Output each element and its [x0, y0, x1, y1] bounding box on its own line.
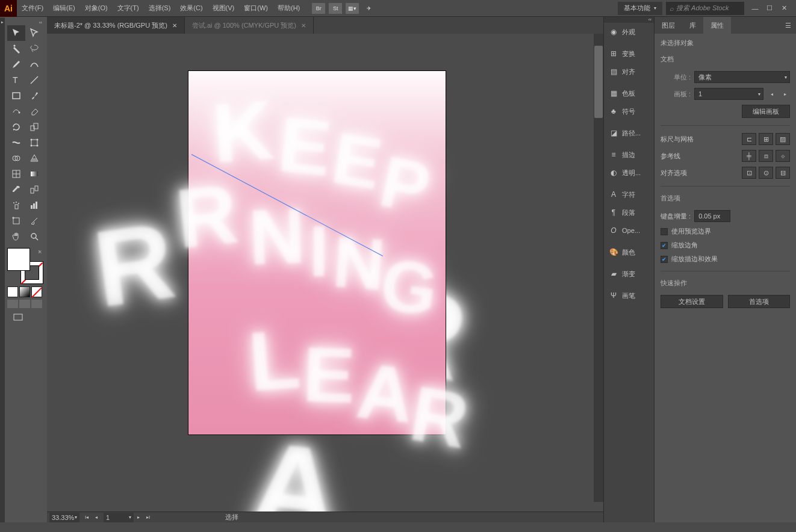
magic-wand-tool[interactable]: [7, 41, 25, 57]
next-artboard[interactable]: ▸: [134, 513, 143, 522]
guides-toggle-icon[interactable]: ╪: [742, 150, 756, 162]
artboard-number[interactable]: 1▾: [104, 513, 134, 522]
edit-artboard-button[interactable]: 编辑画板: [742, 105, 790, 118]
zoom-tool[interactable]: [25, 229, 43, 244]
menu-file[interactable]: 文件(F): [17, 0, 48, 17]
slice-tool[interactable]: [25, 213, 43, 229]
zoom-dropdown[interactable]: 33.33%▾: [49, 513, 79, 522]
width-tool[interactable]: [7, 135, 25, 150]
screen-mode[interactable]: [7, 312, 29, 323]
close-icon[interactable]: ✕: [301, 22, 306, 29]
draw-inside[interactable]: [31, 300, 42, 308]
menu-help[interactable]: 帮助(H): [273, 0, 305, 17]
scale-strokes-checkbox[interactable]: ✔: [661, 256, 668, 263]
artboard[interactable]: K E E P R N I N G L E A R: [188, 71, 446, 435]
tab-libraries[interactable]: 库: [682, 17, 703, 34]
grid-icon[interactable]: ⊞: [759, 133, 773, 145]
snap-pixel-icon[interactable]: ⊡: [742, 167, 756, 179]
guides-lock-icon[interactable]: ⧈: [759, 150, 773, 162]
line-tool[interactable]: [25, 72, 43, 88]
panel-opentype[interactable]: OOpe...: [604, 221, 654, 240]
transparency-grid-icon[interactable]: ▨: [776, 133, 790, 145]
pen-tool[interactable]: [7, 57, 25, 72]
eyedropper-tool[interactable]: [7, 182, 25, 197]
key-increment-input[interactable]: 0.05 px: [694, 210, 730, 222]
canvas[interactable]: R R A K E E P R N I N G L E A R: [47, 34, 603, 512]
scale-tool[interactable]: [25, 119, 43, 135]
panel-collapse[interactable]: ‹‹: [604, 17, 654, 23]
fill-stroke-control[interactable]: ⤪: [7, 248, 43, 284]
selection-tool[interactable]: [7, 25, 25, 41]
menu-edit[interactable]: 编辑(E): [48, 0, 80, 17]
panel-transform[interactable]: ⊞变换: [604, 45, 654, 63]
gpu-icon[interactable]: ✈: [362, 3, 376, 14]
doc-tab-2[interactable]: 尝试.ai @ 100% (CMYK/GPU 预览) ✕: [185, 17, 314, 34]
mesh-tool[interactable]: [7, 166, 25, 182]
curvature-tool[interactable]: [25, 57, 43, 72]
scale-corners-checkbox[interactable]: ✔: [661, 242, 668, 249]
rotate-tool[interactable]: [7, 119, 25, 135]
panel-transparency[interactable]: ◐透明...: [604, 164, 654, 182]
next-artboard-btn[interactable]: ▸: [780, 89, 790, 99]
direct-selection-tool[interactable]: [25, 25, 43, 41]
draw-behind[interactable]: [19, 300, 30, 308]
swap-colors-icon[interactable]: ⤪: [38, 249, 42, 255]
artboard-tool[interactable]: [7, 213, 25, 229]
symbol-sprayer-tool[interactable]: [7, 197, 25, 213]
color-mode-none[interactable]: [31, 286, 42, 297]
menu-effect[interactable]: 效果(C): [175, 0, 207, 17]
panel-character[interactable]: A字符: [604, 185, 654, 203]
menu-type[interactable]: 文字(T): [113, 0, 144, 17]
prev-artboard-btn[interactable]: ◂: [767, 89, 777, 99]
rectangle-tool[interactable]: [7, 88, 25, 104]
ruler-icon[interactable]: ⊏: [742, 133, 756, 145]
snap-point-icon[interactable]: ⊙: [759, 167, 773, 179]
stock-icon[interactable]: St: [329, 3, 342, 14]
panel-gradient[interactable]: ▰渐变: [604, 265, 654, 283]
eraser-tool[interactable]: [25, 104, 43, 119]
maximize-button[interactable]: ☐: [762, 2, 777, 14]
tab-properties[interactable]: 属性: [703, 17, 731, 34]
hand-tool[interactable]: [7, 229, 25, 244]
panel-paragraph[interactable]: ¶段落: [604, 203, 654, 221]
draw-normal[interactable]: [7, 300, 18, 308]
search-input[interactable]: ⌕搜索 Adobe Stock: [666, 2, 744, 15]
preferences-button[interactable]: 首选项: [728, 295, 791, 308]
last-artboard[interactable]: ▸I: [143, 513, 153, 522]
arrange-docs-icon[interactable]: ▦▾: [346, 3, 359, 14]
bridge-icon[interactable]: Br: [312, 3, 325, 14]
type-tool[interactable]: T: [7, 72, 25, 88]
panel-symbols[interactable]: ♣符号: [604, 102, 654, 120]
unit-dropdown[interactable]: 像素: [694, 71, 790, 83]
shaper-tool[interactable]: [7, 104, 25, 119]
panel-brushes[interactable]: Ψ画笔: [604, 286, 654, 305]
tab-layers[interactable]: 图层: [655, 17, 682, 34]
graph-tool[interactable]: [25, 197, 43, 213]
menu-view[interactable]: 视图(V): [208, 0, 240, 17]
minimize-button[interactable]: —: [748, 2, 762, 14]
lasso-tool[interactable]: [25, 41, 43, 57]
gradient-tool[interactable]: [25, 166, 43, 182]
artboard-dropdown[interactable]: 1: [694, 88, 763, 100]
prev-artboard[interactable]: ◂: [92, 513, 101, 522]
doc-tab-1[interactable]: 未标题-2* @ 33.33% (RGB/GPU 预览) ✕: [47, 17, 185, 34]
close-button[interactable]: ✕: [777, 2, 791, 14]
panel-pathfinder[interactable]: ◪路径...: [604, 124, 654, 142]
workspace-switcher[interactable]: 基本功能 ▾: [618, 2, 662, 15]
brush-tool[interactable]: [25, 88, 43, 104]
snap-grid-icon[interactable]: ⊟: [776, 167, 790, 179]
close-icon[interactable]: ✕: [172, 22, 177, 29]
toolbar-expand[interactable]: ‹‹: [7, 19, 45, 25]
panel-stroke[interactable]: ≡描边: [604, 146, 654, 164]
free-transform-tool[interactable]: [25, 135, 43, 150]
color-mode-solid[interactable]: [7, 286, 18, 297]
vertical-scrollbar[interactable]: [594, 34, 603, 502]
blend-tool[interactable]: [25, 182, 43, 197]
menu-select[interactable]: 选择(S): [144, 0, 176, 17]
panel-swatches[interactable]: ▦色板: [604, 84, 654, 102]
shape-builder-tool[interactable]: [7, 150, 25, 166]
panel-menu-icon[interactable]: ☰: [780, 17, 796, 34]
perspective-tool[interactable]: [25, 150, 43, 166]
panel-appearance[interactable]: ◉外观: [604, 23, 654, 41]
smart-guides-icon[interactable]: ⟐: [776, 150, 790, 162]
